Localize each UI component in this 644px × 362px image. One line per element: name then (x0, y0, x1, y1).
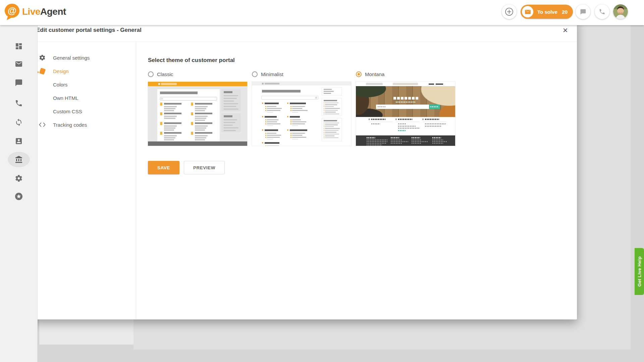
placeholder-bar (265, 108, 266, 109)
placeholder-bar (290, 106, 291, 107)
placeholder-bar (292, 110, 308, 111)
nav-item-own-html[interactable]: Own HTML (31, 91, 136, 105)
placeholder-bar (290, 103, 306, 104)
envelope-icon (522, 6, 533, 17)
placeholder-bar (324, 89, 332, 90)
placeholder-bar (164, 127, 175, 129)
user-avatar[interactable] (613, 4, 628, 19)
radio-minimalist[interactable]: Minimalist (252, 70, 351, 78)
placeholder-bar (195, 110, 205, 111)
placeholder-bar (324, 132, 324, 133)
placeholder-bar (367, 139, 387, 140)
sidebar-item-dashboard[interactable] (15, 42, 23, 50)
placeholder-bar (195, 118, 206, 119)
placeholder-bar (325, 123, 339, 124)
chat-bubble-icon (580, 8, 586, 15)
sidebar-item-tickets-mail[interactable] (15, 60, 23, 68)
add-new-button[interactable] (502, 4, 517, 19)
sidebar-item-customer-portal[interactable] (15, 156, 23, 164)
placeholder-bar (164, 137, 175, 138)
sidebar-item-settings[interactable] (15, 174, 23, 182)
placeholder-bar (265, 137, 266, 138)
sidebar-item-chats[interactable] (15, 79, 23, 87)
design-icon (38, 67, 46, 75)
main-sidebar (0, 25, 38, 362)
placeholder-bar (262, 90, 301, 93)
nav-item-custom-css[interactable]: Custom CSS (31, 105, 136, 118)
placeholder-bar (398, 119, 412, 120)
radio-label: Montana (365, 71, 384, 77)
nav-item-tracking-codes[interactable]: Tracking codes (31, 118, 136, 131)
placeholder-bar (267, 112, 273, 113)
placeholder-bar (195, 132, 212, 134)
placeholder-bar (224, 125, 233, 126)
calls-button[interactable] (595, 4, 609, 19)
sidebar-item-contacts[interactable] (15, 137, 23, 145)
logo-bubble-icon: @ (3, 3, 20, 21)
placeholder-bar (224, 115, 232, 117)
placeholder-bar (195, 103, 212, 105)
placeholder-bar (391, 139, 402, 140)
theme-option-montana: Montana (356, 70, 455, 146)
placeholder-bar (221, 113, 241, 132)
save-button[interactable]: SAVE (148, 161, 179, 174)
placeholder-bar (292, 106, 305, 107)
placeholder-bar (160, 112, 162, 115)
placeholder-bar (224, 122, 235, 123)
nav-item-general-settings[interactable]: General settings (31, 51, 136, 64)
placeholder-bar (164, 118, 175, 119)
placeholder-bar (195, 127, 206, 129)
radio-circle-icon (252, 71, 258, 77)
placeholder-bar (290, 123, 291, 124)
nav-item-design[interactable]: Design (31, 64, 136, 78)
theme-thumbnail-minimalist[interactable] (252, 82, 351, 146)
placeholder-bar (262, 129, 263, 131)
placeholder-bar (265, 119, 266, 120)
placeholder-bar (265, 135, 266, 136)
placeholder-bar (391, 141, 408, 142)
close-icon[interactable]: × (563, 26, 568, 35)
sidebar-item-status-sync[interactable] (15, 118, 23, 126)
placeholder-bar (322, 87, 342, 96)
get-live-help-tab[interactable]: Get Live Help (635, 248, 644, 295)
code-icon (38, 121, 46, 129)
sidebar-item-calls[interactable] (15, 99, 23, 107)
nav-item-label: Design (53, 68, 69, 74)
placeholder-bar (164, 110, 174, 111)
placeholder-bar (265, 103, 279, 104)
to-solve-button[interactable]: To solve 20 (521, 5, 573, 19)
placeholder-bar (224, 98, 237, 99)
placeholder-bar (287, 129, 288, 131)
placeholder-bar (265, 129, 278, 131)
placeholder-bar (325, 137, 338, 138)
liveagent-logo[interactable]: @ LiveAgent (3, 3, 66, 21)
placeholder-bar (261, 96, 318, 100)
placeholder-bar (324, 136, 324, 136)
placeholder-bar (265, 133, 266, 134)
theme-thumbnail-classic[interactable] (148, 82, 247, 146)
buttons-row: SAVE PREVIEW (148, 161, 577, 174)
placeholder-bar (369, 119, 370, 120)
placeholder-bar (252, 82, 351, 85)
sidebar-item-starred[interactable] (15, 192, 23, 200)
placeholder-bar (221, 89, 241, 111)
placeholder-bar (191, 112, 193, 115)
radio-montana[interactable]: Montana (356, 70, 455, 78)
placeholder-bar (391, 143, 402, 144)
placeholder-bar (325, 106, 334, 107)
radio-classic[interactable]: Classic (148, 70, 247, 78)
placeholder-bar (267, 137, 280, 138)
theme-thumbnail-montana[interactable] (356, 82, 455, 146)
placeholder-bar (290, 108, 291, 109)
placeholder-bar (324, 91, 334, 92)
nav-item-colors[interactable]: Colors (31, 78, 136, 91)
placeholder-bar (224, 95, 238, 96)
placeholder-bar (265, 145, 266, 146)
radio-label: Classic (157, 71, 173, 77)
preview-button[interactable]: PREVIEW (184, 161, 225, 174)
placeholder-bar (160, 97, 217, 101)
chats-button[interactable] (576, 4, 590, 19)
placeholder-bar (398, 123, 406, 124)
placeholder-bar (287, 116, 288, 117)
placeholder-bar (290, 121, 291, 122)
